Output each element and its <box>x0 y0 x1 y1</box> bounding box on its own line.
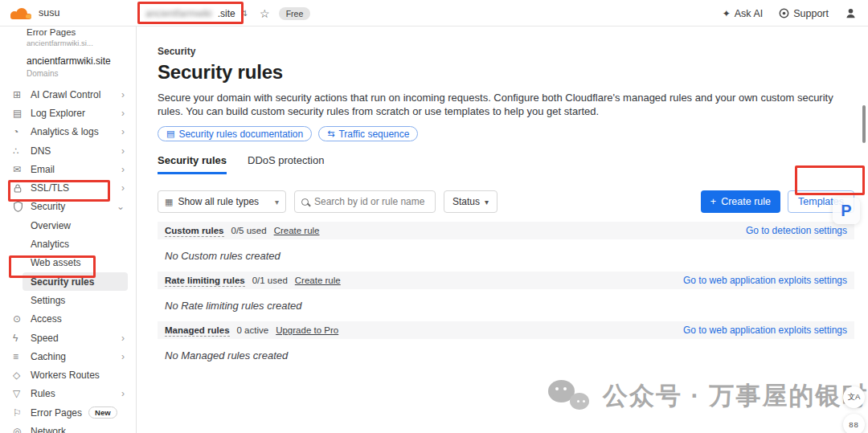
support-button[interactable]: Support <box>779 8 829 19</box>
custom-rules-header: Custom rules 0/5 used Create rule Go to … <box>158 222 854 239</box>
extension-grid-icon[interactable]: 88 <box>843 414 865 433</box>
traffic-sequence-button[interactable]: ⇆ Traffic sequence <box>318 126 418 141</box>
log-explorer-icon: ▤ <box>13 108 31 119</box>
wechat-icon <box>548 378 592 415</box>
sidebar-item-ai-crawl-control[interactable]: ⊞ AI Crawl Control › <box>0 85 136 104</box>
filter-bar: ▦ Show all rule types ▾ Status ▾ + Creat… <box>158 190 854 213</box>
sidebar-item-rules[interactable]: ▽ Rules › <box>0 385 136 403</box>
sidebar: Error Pages ancientfarmwiki.si... ancien… <box>0 27 137 433</box>
upgrade-to-pro-link[interactable]: Upgrade to Pro <box>276 325 338 335</box>
sidebar-item-ssl-tls[interactable]: SSL/TLS › <box>0 178 136 197</box>
section-usage: 0/1 used <box>252 276 288 285</box>
network-icon: ◎ <box>13 426 31 433</box>
account-name[interactable]: susu <box>39 7 59 18</box>
sidebar-item-access[interactable]: ⊙ Access <box>0 310 136 329</box>
search-input[interactable] <box>314 196 428 207</box>
translate-icon[interactable]: 文A <box>843 386 865 408</box>
page-description: Secure your domain with security actions… <box>158 91 854 118</box>
caching-icon: ≡ <box>13 351 31 362</box>
section-name[interactable]: Rate limiting rules <box>165 275 245 287</box>
sidebar-item-security[interactable]: Security ⌄ <box>0 198 136 216</box>
analytics-icon: ◔ <box>13 126 31 137</box>
sidebar-item-error-pages-scrolled[interactable]: Error Pages ancientfarmwiki.si... <box>0 27 136 47</box>
sparkle-icon: ✦ <box>723 8 731 19</box>
tab-ddos-protection[interactable]: DDoS protection <box>248 154 324 174</box>
extension-p-badge[interactable]: P <box>833 198 860 224</box>
rate-limiting-rules-empty-state: No Rate limiting rules created <box>158 289 854 321</box>
scrollbar-thumb[interactable] <box>862 105 866 143</box>
sidebar-item-dns[interactable]: ∴ DNS › <box>0 141 136 160</box>
rule-filter-icon: ▦ <box>165 197 173 207</box>
tab-bar: Security rules DDoS protection <box>158 154 854 174</box>
page-title: Security rules <box>158 61 854 84</box>
managed-rules-empty-state: No Managed rules created <box>158 339 854 371</box>
lock-icon <box>13 183 23 194</box>
sidebar-site-header[interactable]: ancientfarmwiki.site Domains <box>0 47 136 78</box>
book-icon: ▤ <box>166 129 174 139</box>
speed-icon: ϟ <box>13 333 31 344</box>
section-name[interactable]: Managed rules <box>165 325 230 337</box>
rate-limiting-rules-header: Rate limiting rules 0/1 used Create rule… <box>158 272 854 289</box>
sidebar-item-web-assets[interactable]: Web assets <box>0 254 128 272</box>
rule-sections: Custom rules 0/5 used Create rule Go to … <box>158 222 854 371</box>
shield-icon <box>13 201 23 212</box>
sidebar-nav: ⊞ AI Crawl Control › ▤ Log Explorer › ◔ … <box>0 85 136 433</box>
section-usage: 0 active <box>237 325 269 335</box>
watermark: 公众号 · 万事屋的银时 <box>548 378 868 415</box>
chevron-right-icon: › <box>121 333 125 344</box>
user-icon[interactable] <box>845 7 857 19</box>
sidebar-item-security-overview[interactable]: Overview <box>0 216 128 235</box>
chevron-right-icon: › <box>121 182 125 194</box>
section-usage: 0/5 used <box>231 226 267 235</box>
plus-icon: + <box>710 196 716 207</box>
chevron-right-icon: › <box>121 388 125 399</box>
rule-search <box>294 190 436 213</box>
selector-updown-icon: ⇅ <box>241 9 248 18</box>
access-icon: ⊙ <box>13 313 31 325</box>
support-label: Support <box>793 8 829 19</box>
tab-security-rules[interactable]: Security rules <box>158 154 227 174</box>
sidebar-item-workers-routes[interactable]: ◇ Workers Routes <box>0 366 136 384</box>
support-icon <box>779 8 789 18</box>
web-application-exploits-link[interactable]: Go to web application exploits settings <box>683 275 847 286</box>
sidebar-item-network[interactable]: ◎ Network <box>0 422 136 433</box>
section-name[interactable]: Custom rules <box>165 225 224 237</box>
plan-badge: Free <box>279 7 311 20</box>
sidebar-item-email[interactable]: ✉ Email › <box>0 160 136 178</box>
new-badge: New <box>88 406 117 419</box>
site-selector[interactable]: ancientfarmwiki .site ⇅ ☆ Free <box>145 0 310 27</box>
search-icon <box>301 198 309 206</box>
sidebar-item-security-analytics[interactable]: Analytics <box>0 235 128 253</box>
watermark-text: 公众号 · 万事屋的银时 <box>603 379 868 413</box>
action-buttons: + Create rule Templates <box>701 190 854 213</box>
error-pages-icon: ⚐ <box>13 407 31 419</box>
doc-links-row: ▤ Security rules documentation ⇆ Traffic… <box>158 126 854 141</box>
detection-settings-link[interactable]: Go to detection settings <box>746 225 847 236</box>
cloudflare-logo[interactable] <box>10 8 32 19</box>
sidebar-item-security-rules[interactable]: Security rules <box>23 272 128 291</box>
sidebar-item-error-pages[interactable]: ⚐ Error Pages New <box>0 403 136 422</box>
rules-icon: ▽ <box>13 388 31 399</box>
sidebar-item-analytics-logs[interactable]: ◔ Analytics & logs › <box>0 123 136 141</box>
security-rules-documentation-button[interactable]: ▤ Security rules documentation <box>158 126 312 141</box>
dns-icon: ∴ <box>13 145 31 157</box>
site-domain: ancientfarmwiki.site <box>27 55 136 67</box>
scrolled-item-label: Error Pages <box>27 27 136 37</box>
create-rule-button[interactable]: + Create rule <box>701 190 780 213</box>
sidebar-item-speed[interactable]: ϟ Speed › <box>0 329 136 347</box>
create-rule-link[interactable]: Create rule <box>274 226 320 235</box>
ask-ai-label: Ask AI <box>735 8 763 19</box>
breadcrumb: Security <box>158 46 854 57</box>
chevron-right-icon: › <box>121 126 125 137</box>
sidebar-item-caching[interactable]: ≡ Caching › <box>0 347 136 366</box>
rule-type-dropdown[interactable]: ▦ Show all rule types ▾ <box>158 190 286 213</box>
caret-down-icon: ▾ <box>275 198 279 206</box>
create-rule-link[interactable]: Create rule <box>295 276 341 285</box>
web-application-exploits-link[interactable]: Go to web application exploits settings <box>683 325 847 336</box>
favorite-star-icon[interactable]: ☆ <box>260 7 270 20</box>
ask-ai-button[interactable]: ✦ Ask AI <box>723 8 764 19</box>
custom-rules-empty-state: No Custom rules created <box>158 239 854 272</box>
sidebar-item-security-settings[interactable]: Settings <box>0 291 128 309</box>
sidebar-item-log-explorer[interactable]: ▤ Log Explorer › <box>0 104 136 122</box>
status-dropdown[interactable]: Status ▾ <box>444 190 497 213</box>
